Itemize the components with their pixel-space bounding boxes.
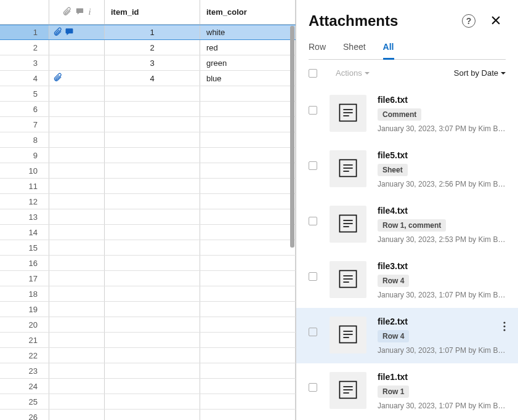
attachment-checkbox[interactable] [309,217,317,225]
table-row[interactable]: 15 [0,240,296,256]
scrollbar[interactable] [290,26,294,248]
cell-item-id[interactable] [105,163,200,178]
cell-item-color[interactable] [200,209,296,224]
table-row[interactable]: 20 [0,317,296,333]
row-number[interactable]: 2 [0,40,49,55]
cell-item-id[interactable] [105,363,200,378]
cell-item-color[interactable]: white [200,25,296,39]
row-number[interactable]: 7 [0,117,49,132]
attachment-item[interactable]: file6.txtCommentJanuary 30, 2023, 3:07 P… [296,86,518,142]
cell-item-color[interactable] [200,302,296,317]
cell-item-color[interactable] [200,410,296,420]
attachment-badge[interactable]: Comment [378,108,421,121]
table-row[interactable]: 18 [0,286,296,302]
cell-item-color[interactable] [200,240,296,255]
attachment-item[interactable]: file1.txtRow 1January 30, 2023, 1:07 PM … [296,363,518,419]
cell-item-color[interactable]: blue [200,71,296,86]
cell-item-id[interactable]: 4 [105,71,200,86]
row-number[interactable]: 23 [0,363,49,378]
cell-item-id[interactable] [105,117,200,132]
cell-item-id[interactable] [105,317,200,332]
tab-row[interactable]: Row [309,42,326,59]
attachment-thumbnail[interactable] [330,317,366,353]
cell-item-id[interactable] [105,209,200,224]
table-row[interactable]: 12 [0,194,296,209]
attachment-checkbox[interactable] [309,383,317,392]
attachment-checkbox[interactable] [309,272,317,281]
attachment-thumbnail[interactable] [330,95,366,132]
cell-item-color[interactable] [200,348,296,363]
table-row[interactable]: 14 [0,225,296,240]
cell-item-id[interactable] [105,394,200,409]
cell-item-id[interactable] [105,225,200,240]
row-number[interactable]: 8 [0,132,49,147]
cell-item-id[interactable] [105,194,200,209]
table-row[interactable]: 17 [0,271,296,286]
attachment-badge[interactable]: Row 1 [378,386,409,398]
attachment-icon[interactable] [53,73,62,84]
cell-item-id[interactable] [105,256,200,270]
table-row[interactable]: 44blue [0,71,296,86]
cell-item-id[interactable] [105,240,200,255]
row-number[interactable]: 19 [0,302,49,317]
cell-item-color[interactable] [200,86,296,101]
row-number[interactable]: 9 [0,148,49,163]
row-number[interactable]: 24 [0,379,49,394]
more-menu-button[interactable] [503,321,506,333]
cell-item-color[interactable]: green [200,55,296,70]
row-number[interactable]: 14 [0,225,49,240]
row-number[interactable]: 18 [0,286,49,301]
row-number[interactable]: 13 [0,209,49,224]
cell-item-color[interactable] [200,317,296,332]
help-button[interactable]: ? [459,11,479,31]
table-row[interactable]: 11white [0,25,296,40]
attachment-item[interactable]: file4.txtRow 1, commentJanuary 30, 2023,… [296,197,518,252]
row-number[interactable]: 22 [0,348,49,363]
cell-item-color[interactable]: red [200,40,296,55]
attachment-checkbox[interactable] [309,328,317,336]
tab-all[interactable]: All [383,42,394,60]
row-number[interactable]: 6 [0,102,49,116]
spreadsheet-body[interactable]: 11white22red33green44blue567891011121314… [0,25,296,420]
cell-item-color[interactable] [200,363,296,378]
cell-item-id[interactable] [105,132,200,147]
table-row[interactable]: 5 [0,86,296,102]
close-button[interactable] [486,11,506,31]
cell-item-id[interactable] [105,179,200,193]
comment-icon[interactable] [65,27,74,38]
row-number[interactable]: 20 [0,317,49,332]
row-number[interactable]: 25 [0,394,49,409]
cell-item-color[interactable] [200,117,296,132]
tab-sheet[interactable]: Sheet [343,42,366,59]
row-number[interactable]: 16 [0,256,49,270]
column-header-item-color[interactable]: item_color [200,0,296,24]
table-row[interactable]: 11 [0,179,296,194]
actions-dropdown[interactable]: Actions [336,68,370,78]
cell-item-color[interactable] [200,179,296,193]
cell-item-id[interactable] [105,86,200,101]
attachment-badge[interactable]: Row 1, comment [378,219,446,232]
cell-item-color[interactable] [200,163,296,178]
cell-item-color[interactable] [200,333,296,347]
row-number[interactable]: 15 [0,240,49,255]
attachment-badge[interactable]: Row 4 [378,330,409,342]
cell-item-id[interactable] [105,286,200,301]
attachment-thumbnail[interactable] [330,150,366,187]
cell-item-color[interactable] [200,256,296,270]
attachment-item[interactable]: file3.txtRow 4January 30, 2023, 1:07 PM … [296,252,518,308]
table-row[interactable]: 8 [0,132,296,148]
attachment-icon[interactable] [53,27,62,38]
attachment-item[interactable]: file5.txtSheetJanuary 30, 2023, 2:56 PM … [296,142,518,197]
cell-item-id[interactable] [105,148,200,163]
cell-item-id[interactable] [105,348,200,363]
table-row[interactable]: 6 [0,102,296,117]
column-header-item-id[interactable]: item_id [105,0,200,24]
table-row[interactable]: 7 [0,117,296,132]
cell-item-id[interactable]: 2 [105,40,200,55]
cell-item-color[interactable] [200,379,296,394]
row-number[interactable]: 5 [0,86,49,101]
row-number[interactable]: 3 [0,55,49,70]
cell-item-id[interactable] [105,379,200,394]
cell-item-color[interactable] [200,102,296,116]
row-number[interactable]: 12 [0,194,49,209]
